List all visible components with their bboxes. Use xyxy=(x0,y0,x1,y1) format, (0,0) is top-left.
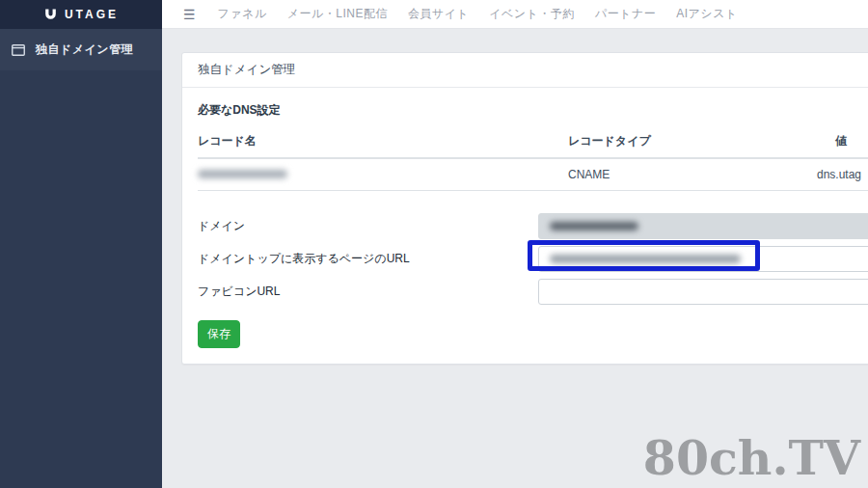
dns-header-record-name: レコード名 xyxy=(198,126,568,158)
nav-item-member-site[interactable]: 会員サイト xyxy=(408,6,469,22)
app-logo-text: UTAGE xyxy=(65,8,119,21)
sidebar: 独自ドメイン管理 xyxy=(0,29,162,488)
dns-table: レコード名 レコードタイプ 値 CNAME dns.utag xyxy=(198,126,868,191)
dns-header-record-type: レコードタイプ xyxy=(568,126,817,158)
sidebar-item-label: 独自ドメイン管理 xyxy=(36,41,133,58)
sidebar-item-custom-domain[interactable]: 独自ドメイン管理 xyxy=(0,29,162,70)
form-row-domain: ドメイン xyxy=(198,213,868,239)
hamburger-menu-icon[interactable]: ☰ xyxy=(183,8,196,21)
form-row-top-page-url: ドメイントップに表示するページのURL xyxy=(198,246,868,272)
nav-item-funnel[interactable]: ファネル xyxy=(218,6,267,22)
nav-item-ai-assist[interactable]: AIアシスト xyxy=(676,6,737,22)
nav-item-partner[interactable]: パートナー xyxy=(595,6,656,22)
save-button[interactable]: 保存 xyxy=(198,320,240,348)
favicon-url-field[interactable] xyxy=(538,279,868,305)
domain-field[interactable] xyxy=(538,213,868,239)
dns-record-type-cell: CNAME xyxy=(568,158,817,191)
utage-logo-icon xyxy=(43,8,58,22)
top-page-url-field[interactable] xyxy=(538,246,868,272)
page-title: 独自ドメイン管理 xyxy=(182,53,868,88)
redacted-record-name xyxy=(198,170,287,178)
dns-value-cell: dns.utag xyxy=(817,158,868,191)
window-icon xyxy=(12,44,25,56)
dns-section-title: 必要なDNS設定 xyxy=(198,102,868,119)
top-page-url-label: ドメイントップに表示するページのURL xyxy=(198,251,538,267)
app-logo-bar: UTAGE xyxy=(0,0,162,29)
redacted-domain-value xyxy=(550,222,638,230)
favicon-url-label: ファビコンURL xyxy=(198,284,538,300)
domain-label: ドメイン xyxy=(198,218,538,234)
top-navigation: ☰ ファネル メール・LINE配信 会員サイト イベント・予約 パートナー AI… xyxy=(162,0,868,29)
form-row-favicon-url: ファビコンURL xyxy=(198,279,868,305)
watermark-text: 80ch.TV xyxy=(643,430,860,486)
domain-form: ドメイン ドメイントップに表示するページのURL ファビコンURL 保存 xyxy=(198,213,868,348)
redacted-url-value xyxy=(550,255,741,263)
custom-domain-card: 独自ドメイン管理 必要なDNS設定 レコード名 レコードタイプ 値 CNAME … xyxy=(181,52,868,365)
dns-header-value: 値 xyxy=(817,126,868,158)
dns-record-name-cell xyxy=(198,158,568,191)
nav-item-mail-line[interactable]: メール・LINE配信 xyxy=(287,6,388,22)
table-row: CNAME dns.utag xyxy=(198,158,868,191)
nav-item-event-reservation[interactable]: イベント・予約 xyxy=(489,6,575,22)
